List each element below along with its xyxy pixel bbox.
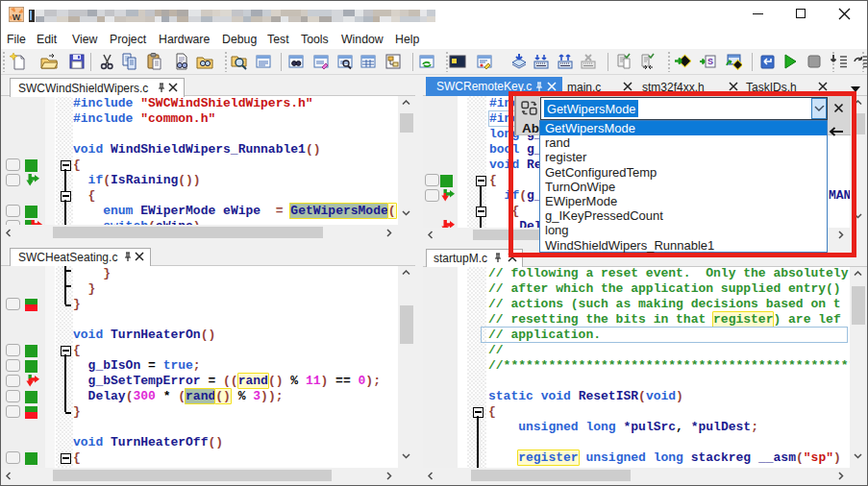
svg-text:W: W bbox=[12, 12, 21, 22]
svg-text:S: S bbox=[707, 57, 713, 66]
